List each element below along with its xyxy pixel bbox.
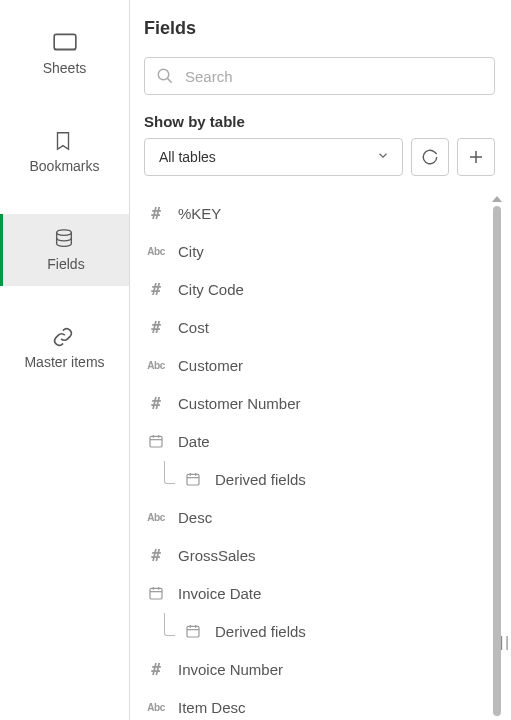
link-icon <box>52 326 78 348</box>
svg-point-3 <box>158 69 169 80</box>
field-label: Customer Number <box>178 395 301 412</box>
number-type-icon: # <box>144 204 168 223</box>
table-select-value: All tables <box>159 149 216 165</box>
svg-rect-15 <box>150 588 162 599</box>
field-list-scroll[interactable]: #%KEYAbcCity#City Code#CostAbcCustomer#C… <box>144 194 503 720</box>
svg-rect-11 <box>187 474 199 485</box>
field-label: GrossSales <box>178 547 256 564</box>
field-row[interactable]: Date <box>144 422 487 460</box>
field-row[interactable]: #Invoice Number <box>144 650 487 688</box>
field-label: Derived fields <box>215 471 306 488</box>
field-label: Date <box>178 433 210 450</box>
number-type-icon: # <box>144 280 168 299</box>
sidebar-label: Bookmarks <box>29 158 99 174</box>
date-type-icon <box>181 471 205 487</box>
field-row[interactable]: AbcCity <box>144 232 487 270</box>
chevron-down-icon <box>376 149 390 166</box>
sidebar-item-bookmarks[interactable]: Bookmarks <box>0 116 129 188</box>
sidebar-label: Fields <box>47 256 84 272</box>
field-label: City <box>178 243 204 260</box>
refresh-icon <box>421 148 439 166</box>
field-label: City Code <box>178 281 244 298</box>
text-type-icon: Abc <box>144 360 168 371</box>
field-label: Desc <box>178 509 212 526</box>
field-label: Customer <box>178 357 243 374</box>
text-type-icon: Abc <box>144 512 168 523</box>
svg-line-4 <box>168 79 172 83</box>
field-row[interactable]: Derived fields <box>144 612 487 650</box>
fields-panel: Fields Show by table All tables #%KEYAbc… <box>130 0 511 720</box>
sidebar-item-sheets[interactable]: Sheets <box>0 18 129 90</box>
add-button[interactable] <box>457 138 495 176</box>
field-row[interactable]: #Cost <box>144 308 487 346</box>
field-label: Cost <box>178 319 209 336</box>
svg-rect-19 <box>187 626 199 637</box>
field-label: Invoice Number <box>178 661 283 678</box>
date-type-icon <box>144 433 168 449</box>
text-type-icon: Abc <box>144 246 168 257</box>
sidebar: Sheets Bookmarks Fields Master items <box>0 0 130 720</box>
field-row[interactable]: Invoice Date <box>144 574 487 612</box>
field-label: Derived fields <box>215 623 306 640</box>
table-select[interactable]: All tables <box>144 138 403 176</box>
field-label: %KEY <box>178 205 221 222</box>
drag-handle-icon[interactable]: || <box>500 634 511 650</box>
scroll-up-icon <box>492 196 502 202</box>
search-icon <box>156 67 174 85</box>
svg-rect-0 <box>54 34 76 49</box>
number-type-icon: # <box>144 318 168 337</box>
field-row[interactable]: #%KEY <box>144 194 487 232</box>
plus-icon <box>467 148 485 166</box>
sidebar-label: Sheets <box>43 60 87 76</box>
search-wrap <box>144 57 495 95</box>
field-label: Invoice Date <box>178 585 261 602</box>
svg-rect-7 <box>150 436 162 447</box>
bookmark-icon <box>52 130 78 152</box>
field-row[interactable]: #City Code <box>144 270 487 308</box>
sidebar-item-fields[interactable]: Fields <box>0 214 129 286</box>
field-row[interactable]: #Customer Number <box>144 384 487 422</box>
field-label: Item Desc <box>178 699 246 716</box>
panel-title: Fields <box>144 18 503 39</box>
show-by-table-label: Show by table <box>144 113 503 130</box>
date-type-icon <box>144 585 168 601</box>
date-type-icon <box>181 623 205 639</box>
field-row[interactable]: Derived fields <box>144 460 487 498</box>
sidebar-item-master-items[interactable]: Master items <box>0 312 129 384</box>
field-row[interactable]: #GrossSales <box>144 536 487 574</box>
text-type-icon: Abc <box>144 702 168 713</box>
number-type-icon: # <box>144 660 168 679</box>
field-row[interactable]: AbcItem Desc <box>144 688 487 720</box>
svg-point-2 <box>57 230 72 236</box>
number-type-icon: # <box>144 394 168 413</box>
sheet-icon <box>52 32 78 54</box>
refresh-button[interactable] <box>411 138 449 176</box>
number-type-icon: # <box>144 546 168 565</box>
toolbar: All tables <box>144 138 495 176</box>
field-row[interactable]: AbcCustomer <box>144 346 487 384</box>
field-row[interactable]: AbcDesc <box>144 498 487 536</box>
database-icon <box>53 228 79 250</box>
search-input[interactable] <box>144 57 495 95</box>
sidebar-label: Master items <box>24 354 104 370</box>
